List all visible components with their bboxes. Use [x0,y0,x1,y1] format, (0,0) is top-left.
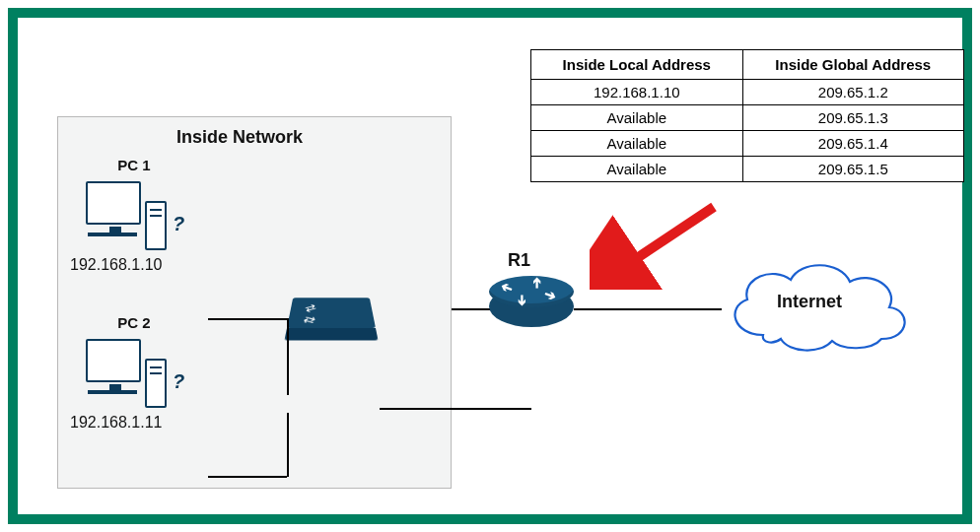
pc2-label: PC 2 [50,314,218,331]
arrow-callout-icon [590,201,728,290]
diagram-frame: Inside Network PC 1 ? 192.168.1.10 PC 2 … [8,8,972,524]
cell-local: 192.168.1.10 [531,80,743,105]
cell-global: 209.65.1.2 [742,80,963,105]
link-line [380,408,531,410]
cloud-label: Internet [777,292,842,312]
inside-network-title: Inside Network [176,127,303,148]
col-header-global: Inside Global Address [742,50,963,80]
cell-local: Available [531,105,743,131]
pc2-ip: 192.168.1.11 [70,414,218,432]
router-icon: ➔ ➔ ➔ ➔ [489,276,574,339]
link-line [287,413,289,477]
link-line [574,308,722,310]
question-mark-icon: ? [173,370,184,393]
question-mark-icon: ? [173,213,184,235]
svg-line-0 [607,207,714,278]
table-row: Available 209.65.1.3 [531,105,964,131]
table-row: 192.168.1.10 209.65.1.2 [531,80,964,105]
pc2: PC 2 ? 192.168.1.11 [80,314,218,432]
table-header-row: Inside Local Address Inside Global Addre… [531,50,964,80]
cell-local: Available [531,131,743,157]
link-line [208,476,287,478]
cell-global: 209.65.1.4 [742,131,963,157]
computer-icon: ? [80,333,188,412]
pc1: PC 1 ? 192.168.1.10 [80,157,218,274]
computer-icon: ? [80,175,188,254]
switch-icon: ⇄ ⇄ [287,287,376,328]
nat-translation-table: Inside Local Address Inside Global Addre… [530,49,964,182]
inside-network-box: Inside Network PC 1 ? 192.168.1.10 PC 2 … [57,116,452,489]
link-line [208,318,287,320]
router-label: R1 [508,250,530,271]
table-row: Available 209.65.1.4 [531,131,964,157]
cell-global: 209.65.1.3 [742,105,963,131]
link-line [452,308,491,310]
cell-global: 209.65.1.5 [742,157,963,182]
col-header-local: Inside Local Address [531,50,743,80]
pc1-label: PC 1 [50,157,218,173]
link-line [287,318,289,395]
pc1-ip: 192.168.1.10 [70,256,218,274]
table-row: Available 209.65.1.5 [531,157,964,182]
cell-local: Available [531,157,743,182]
